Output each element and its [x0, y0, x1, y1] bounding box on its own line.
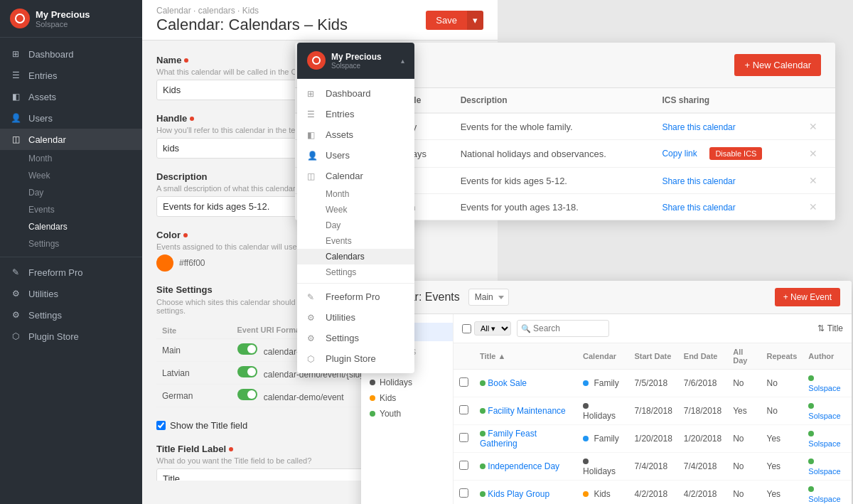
entries-icon: ☰	[307, 109, 320, 119]
row-checkbox[interactable]	[459, 488, 468, 498]
dropdown-sub-calendars[interactable]: Calendars	[297, 249, 414, 264]
col-title: Title ▲	[474, 343, 577, 370]
search-container: 🔍	[517, 320, 609, 337]
title-filter[interactable]: ⇅ Title	[817, 323, 843, 333]
show-title-checkbox[interactable]	[156, 421, 166, 430]
sidebar-item-entries[interactable]: ☰ Entries	[0, 65, 142, 86]
cal-ics-cell: Share this calendar	[650, 113, 798, 140]
sidebar-sub-month[interactable]: Month	[0, 150, 142, 167]
sidebar-item-calendar[interactable]: ◫ Calendar	[0, 129, 142, 150]
delete-icon[interactable]: ✕	[809, 121, 817, 132]
sidebar-item-settings[interactable]: ⚙ Settings	[0, 304, 142, 326]
bulk-action-select[interactable]: All ▾	[474, 321, 511, 336]
dropdown-item-plugin-store[interactable]: ⬡ Plugin Store	[297, 348, 414, 369]
sidebar-item-freeform[interactable]: ✎ Freeform Pro	[0, 262, 142, 283]
event-link[interactable]: Book Sale	[488, 378, 527, 388]
start-date: 7/4/2018	[628, 453, 677, 481]
title-field-input[interactable]	[156, 468, 370, 481]
bg-sidebar: My Precious Solspace ⊞ Dashboard ☰ Entri…	[0, 0, 142, 504]
sidebar-item-users[interactable]: 👤 Users	[0, 107, 142, 129]
cal-filter-item[interactable]: Holidays	[361, 375, 453, 390]
cal-filter-item[interactable]: Youth	[361, 406, 453, 422]
cal-delete-cell: ✕	[798, 113, 835, 140]
dropdown-sub-day[interactable]: Day	[297, 218, 414, 233]
toggle-main[interactable]	[237, 343, 257, 355]
author-link[interactable]: Solspace	[808, 467, 840, 476]
ics-sharing-link[interactable]: Share this calendar	[662, 203, 735, 213]
delete-icon[interactable]: ✕	[809, 175, 817, 186]
dropdown-item-calendar[interactable]: ◫ Calendar	[297, 166, 414, 186]
cal-delete-cell: ✕	[798, 194, 835, 220]
event-link[interactable]: Kids Play Group	[488, 489, 549, 499]
author-dot	[808, 403, 814, 409]
bg-brand[interactable]: My Precious Solspace	[0, 0, 142, 38]
event-link[interactable]: Facility Maintenance	[488, 406, 565, 416]
row-checkbox[interactable]	[459, 461, 468, 470]
new-event-button[interactable]: + New Event	[775, 288, 840, 306]
dropdown-sub-settings[interactable]: Settings	[297, 264, 414, 280]
end-date: 1/20/2018	[678, 425, 727, 453]
row-checkbox[interactable]	[459, 405, 468, 414]
svg-point-1	[313, 57, 320, 64]
table-row: Book Sale Family 7/5/2018 7/6/2018 No No…	[454, 370, 852, 397]
dropdown-item-freeform[interactable]: ✎ Freeform Pro	[297, 286, 414, 307]
sidebar-item-plugin-store[interactable]: ⬡ Plugin Store	[0, 326, 142, 347]
toggle-german[interactable]	[237, 389, 257, 400]
utilities-icon: ⚙	[10, 288, 21, 299]
all-checkbox[interactable]	[462, 324, 471, 333]
events-main: All ▾ 🔍 ⇅ Title	[454, 314, 852, 504]
author-link[interactable]: Solspace	[808, 412, 840, 420]
save-dropdown-button[interactable]: ▾	[467, 11, 483, 30]
start-date: 7/5/2018	[628, 370, 677, 397]
col-check	[454, 343, 474, 370]
event-link[interactable]: Family Feast Gathering	[480, 429, 537, 449]
sidebar-sub-week[interactable]: Week	[0, 167, 142, 184]
ics-sharing-link[interactable]: Share this calendar	[662, 122, 735, 132]
cal-ics-cell: Share this calendar	[650, 168, 798, 194]
sidebar-sub-settings[interactable]: Settings	[0, 235, 142, 252]
sidebar-item-label: Settings	[28, 310, 62, 321]
author-link[interactable]: Solspace	[808, 384, 840, 392]
dropdown-item-users[interactable]: 👤 Users	[297, 145, 414, 166]
cal-filter-item[interactable]: Kids	[361, 390, 453, 406]
svg-point-0	[16, 14, 24, 23]
delete-icon[interactable]: ✕	[809, 148, 817, 159]
repeats: Yes	[761, 453, 803, 481]
author-link[interactable]: Solspace	[808, 495, 840, 503]
copy-link[interactable]: Copy link	[662, 149, 697, 159]
disable-ics-button[interactable]: Disable ICS	[709, 147, 762, 160]
dropdown-sub-month[interactable]: Month	[297, 186, 414, 202]
row-checkbox[interactable]	[459, 433, 468, 442]
delete-icon[interactable]: ✕	[809, 201, 817, 213]
required-indicator	[190, 117, 194, 121]
site-col-header: Site	[156, 322, 232, 339]
col-allday: All Day	[727, 343, 761, 370]
event-link[interactable]: Independence Day	[488, 461, 559, 471]
site-name: Main	[156, 339, 232, 362]
main-select[interactable]: Main	[468, 289, 509, 306]
sidebar-sub-day[interactable]: Day	[0, 184, 142, 201]
ics-sharing-link[interactable]: Share this calendar	[662, 176, 735, 186]
dropdown-sub-week[interactable]: Week	[297, 202, 414, 218]
dropdown-item-settings[interactable]: ⚙ Settings	[297, 328, 414, 348]
dropdown-brand[interactable]: My Precious Solspace ▴	[297, 43, 414, 79]
toggle-latvian[interactable]	[237, 366, 257, 377]
color-swatch[interactable]	[156, 254, 173, 272]
sidebar-item-utilities[interactable]: ⚙ Utilities	[0, 283, 142, 304]
dropdown-item-entries[interactable]: ☰ Entries	[297, 104, 414, 124]
dropdown-item-assets[interactable]: ◧ Assets	[297, 124, 414, 145]
events-toolbar: All ▾ 🔍 ⇅ Title	[454, 314, 852, 343]
dropdown-item-utilities[interactable]: ⚙ Utilities	[297, 307, 414, 328]
sidebar-sub-events[interactable]: Events	[0, 201, 142, 218]
author-link[interactable]: Solspace	[808, 439, 840, 448]
new-calendar-button[interactable]: + New Calendar	[734, 54, 821, 76]
col-calendar: Calendar	[577, 343, 628, 370]
sidebar-item-assets[interactable]: ◧ Assets	[0, 86, 142, 107]
dropdown-item-dashboard[interactable]: ⊞ Dashboard	[297, 83, 414, 104]
save-button[interactable]: Save	[426, 11, 467, 30]
bg-brand-sub: Solspace	[36, 20, 90, 28]
sidebar-sub-calendars[interactable]: Calendars	[0, 218, 142, 235]
row-checkbox[interactable]	[459, 377, 468, 387]
dropdown-sub-events[interactable]: Events	[297, 233, 414, 249]
sidebar-item-dashboard[interactable]: ⊞ Dashboard	[0, 43, 142, 65]
